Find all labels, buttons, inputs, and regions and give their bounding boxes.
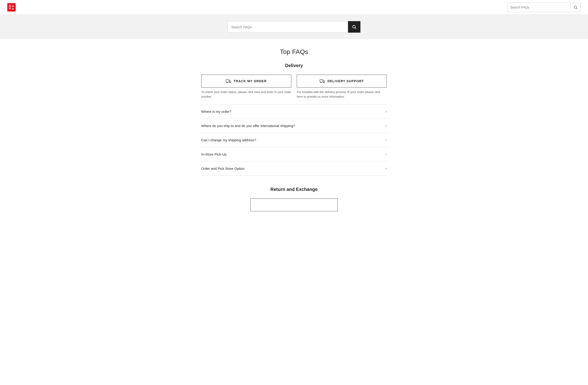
chevron-right-icon: ›	[385, 152, 387, 157]
svg-line-17	[355, 28, 356, 29]
delivery-support-button[interactable]: DELIVERY SUPPORT	[297, 75, 387, 87]
svg-point-14	[574, 6, 577, 8]
track-order-button[interactable]: TRACK MY ORDER	[201, 75, 291, 87]
faq-item-label: Order and Pick Store Option	[201, 167, 244, 171]
logo-icon-left	[7, 3, 16, 11]
header-search-input[interactable]	[507, 5, 570, 9]
delivery-support-icon	[320, 79, 325, 83]
delivery-support-label: DELIVERY SUPPORT	[328, 79, 364, 83]
faq-item-label: Where do you ship to and do you offer in…	[201, 124, 295, 128]
svg-rect-13	[12, 9, 14, 10]
return-exchange-button[interactable]	[250, 198, 338, 211]
search-band-container	[227, 21, 361, 33]
search-band	[0, 15, 588, 39]
faq-item-label: In-Store Pick-Up	[201, 152, 227, 156]
svg-rect-4	[9, 8, 11, 8]
faq-list-item[interactable]: Order and Pick Store Option ›	[201, 162, 387, 176]
svg-rect-2	[9, 6, 11, 6]
svg-point-23	[323, 82, 324, 83]
svg-rect-12	[13, 8, 14, 9]
svg-rect-1	[9, 5, 11, 5]
faq-list-item[interactable]: In-Store Pick-Up ›	[201, 147, 387, 162]
search-band-button[interactable]	[348, 21, 360, 33]
svg-rect-0	[7, 3, 16, 11]
track-order-label: TRACK MY ORDER	[233, 79, 267, 83]
search-band-input[interactable]	[228, 25, 348, 29]
chevron-right-icon: ›	[385, 123, 387, 128]
logo[interactable]	[7, 3, 16, 11]
chevron-right-icon: ›	[385, 109, 387, 114]
svg-rect-10	[12, 8, 13, 8]
track-order-card: TRACK MY ORDER To check your order statu…	[201, 75, 291, 99]
svg-rect-21	[320, 80, 323, 82]
svg-rect-9	[13, 5, 14, 7]
faq-list: Where is my order? › Where do you ship t…	[201, 104, 387, 176]
header-search-icon	[573, 5, 578, 9]
track-order-icon	[226, 79, 231, 83]
search-band-icon	[352, 24, 357, 29]
return-exchange-title: Return and Exchange	[201, 187, 387, 192]
top-faqs-title: Top FAQs	[201, 48, 387, 56]
faq-list-item[interactable]: Can I change my shipping address? ›	[201, 133, 387, 147]
return-exchange-placeholder	[294, 203, 295, 207]
header	[0, 0, 588, 15]
chevron-right-icon: ›	[385, 138, 387, 142]
svg-point-16	[353, 25, 355, 28]
svg-rect-11	[12, 8, 12, 9]
action-buttons-row: TRACK MY ORDER To check your order statu…	[201, 75, 387, 99]
faq-item-label: Where is my order?	[201, 109, 231, 113]
svg-point-19	[227, 82, 227, 83]
svg-rect-18	[226, 80, 229, 82]
delivery-section-title: Delivery	[201, 63, 387, 68]
faq-item-label: Can I change my shipping address?	[201, 138, 256, 142]
faq-list-item[interactable]: Where do you ship to and do you offer in…	[201, 119, 387, 133]
svg-rect-3	[9, 7, 11, 7]
header-search-container	[507, 2, 581, 12]
svg-point-20	[230, 82, 230, 83]
svg-point-22	[320, 82, 321, 83]
faq-list-item[interactable]: Where is my order? ›	[201, 105, 387, 119]
header-search-button[interactable]	[570, 2, 580, 12]
delivery-support-desc: For troubles with the delivery process o…	[297, 90, 387, 99]
svg-line-15	[576, 8, 577, 9]
track-order-desc: To check your order status, please click…	[201, 90, 291, 99]
chevron-right-icon: ›	[385, 166, 387, 171]
main-content: Top FAQs Delivery TRACK MY ORDER To chec…	[198, 39, 390, 230]
delivery-support-card: DELIVERY SUPPORT For troubles with the d…	[297, 75, 387, 99]
return-btn-row	[201, 198, 387, 211]
svg-rect-6	[10, 8, 10, 10]
svg-rect-7	[12, 5, 12, 7]
